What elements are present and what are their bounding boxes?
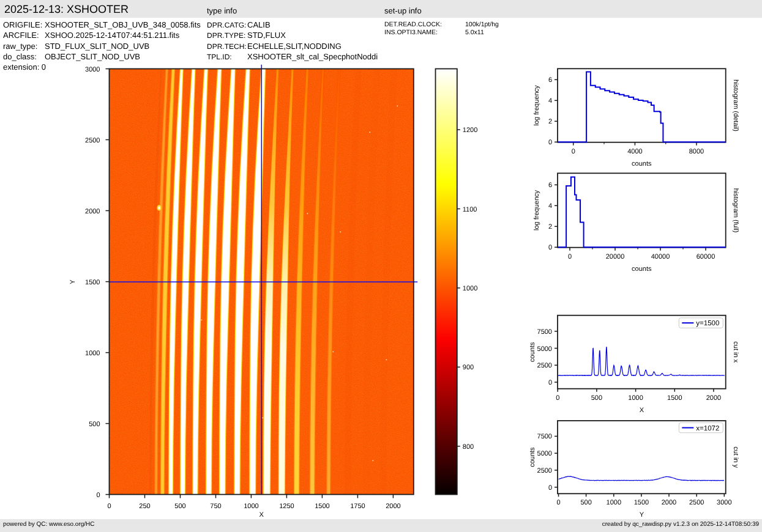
svg-text:500: 500 [89, 421, 100, 428]
svg-text:1500: 1500 [315, 503, 329, 510]
svg-text:6: 6 [548, 76, 552, 84]
svg-text:1200: 1200 [463, 127, 477, 134]
svg-text:y=1500: y=1500 [696, 320, 719, 327]
svg-text:counts: counts [529, 342, 536, 362]
svg-text:log frequency: log frequency [533, 190, 540, 231]
svg-text:counts: counts [632, 160, 652, 168]
svg-text:histogram (full): histogram (full) [732, 188, 739, 233]
svg-text:log frequency: log frequency [533, 85, 540, 126]
svg-text:60000: 60000 [697, 253, 715, 260]
svg-text:4: 4 [548, 97, 552, 105]
svg-text:cut in y: cut in y [732, 446, 739, 468]
svg-text:0: 0 [548, 379, 552, 386]
svg-text:1750: 1750 [350, 503, 365, 510]
svg-text:4000: 4000 [627, 148, 642, 155]
svg-text:900: 900 [463, 364, 474, 371]
svg-text:0: 0 [556, 394, 559, 402]
svg-text:20000: 20000 [606, 253, 625, 260]
svg-text:0: 0 [556, 499, 560, 506]
svg-text:2500: 2500 [689, 499, 704, 506]
svg-text:8000: 8000 [689, 148, 704, 155]
svg-text:2000: 2000 [662, 499, 676, 506]
svg-text:x=1072: x=1072 [696, 425, 719, 432]
svg-text:Y: Y [640, 511, 644, 519]
svg-text:1500: 1500 [667, 394, 682, 402]
svg-text:1250: 1250 [279, 503, 294, 510]
svg-text:1500: 1500 [85, 279, 100, 286]
svg-text:2: 2 [548, 118, 552, 125]
svg-text:2500: 2500 [537, 362, 552, 369]
svg-text:1000: 1000 [244, 503, 258, 510]
svg-text:1500: 1500 [634, 499, 649, 506]
svg-text:6: 6 [548, 182, 552, 189]
svg-text:3000: 3000 [85, 66, 100, 73]
svg-text:1000: 1000 [85, 350, 100, 357]
svg-text:2000: 2000 [386, 503, 400, 510]
svg-text:2500: 2500 [85, 137, 100, 144]
svg-text:0: 0 [568, 253, 572, 260]
svg-text:800: 800 [463, 443, 474, 451]
svg-text:5000: 5000 [537, 450, 552, 457]
svg-text:7500: 7500 [537, 328, 552, 336]
svg-text:2: 2 [548, 223, 552, 231]
svg-text:histogram (detail): histogram (detail) [732, 79, 739, 131]
svg-text:X: X [259, 511, 264, 519]
svg-text:0: 0 [107, 503, 111, 510]
svg-text:500: 500 [591, 394, 602, 402]
svg-text:counts: counts [632, 265, 652, 273]
svg-text:2000: 2000 [85, 208, 100, 215]
svg-text:Y: Y [69, 279, 77, 284]
svg-text:5000: 5000 [537, 345, 552, 353]
svg-text:4: 4 [548, 202, 552, 210]
svg-text:0: 0 [548, 139, 552, 146]
svg-text:500: 500 [174, 503, 185, 510]
svg-text:3000: 3000 [717, 499, 731, 506]
svg-text:1000: 1000 [607, 499, 621, 506]
svg-text:7500: 7500 [537, 433, 552, 440]
svg-text:0: 0 [548, 244, 552, 251]
svg-text:1000: 1000 [463, 285, 477, 292]
svg-text:500: 500 [580, 499, 591, 506]
svg-text:0: 0 [548, 484, 552, 492]
svg-text:0: 0 [96, 492, 100, 499]
svg-text:X: X [640, 407, 644, 414]
svg-text:0: 0 [572, 148, 575, 155]
svg-text:cut in x: cut in x [732, 341, 739, 363]
svg-text:2000: 2000 [706, 394, 721, 402]
svg-text:1000: 1000 [628, 394, 643, 402]
svg-text:counts: counts [529, 447, 536, 467]
svg-text:2500: 2500 [537, 467, 552, 475]
svg-text:1100: 1100 [463, 206, 477, 213]
svg-text:750: 750 [210, 503, 221, 510]
svg-text:250: 250 [139, 503, 150, 510]
svg-text:40000: 40000 [651, 253, 670, 260]
